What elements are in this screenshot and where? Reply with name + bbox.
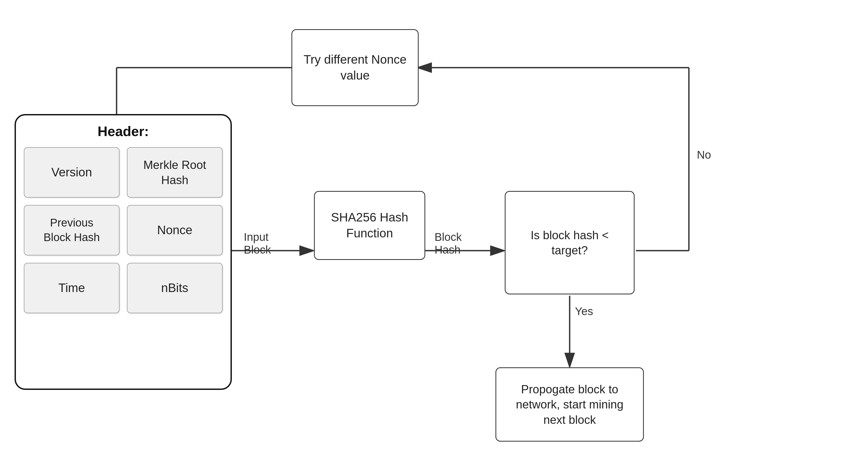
diagram-container: Try different Noncevalue Header: Version… — [0, 0, 868, 466]
header-container: Header: Version Merkle RootHash Previous… — [14, 114, 232, 390]
nbits-label: nBits — [161, 280, 188, 296]
block-hash-label: BlockHash — [435, 231, 462, 256]
try-nonce-box: Try different Noncevalue — [291, 29, 418, 106]
nonce-label: Nonce — [157, 222, 192, 238]
version-label: Version — [52, 165, 92, 180]
try-nonce-label: Try different Noncevalue — [304, 52, 407, 84]
no-label: No — [697, 148, 711, 161]
version-field: Version — [24, 147, 120, 198]
time-field: Time — [24, 263, 120, 313]
is-hash-lt-target-box: Is block hash <target? — [505, 191, 634, 294]
prev-block-hash-field: PreviousBlock Hash — [24, 205, 120, 255]
propagate-label: Propogate block tonetwork, start miningn… — [516, 382, 623, 427]
sha256-label: SHA256 HashFunction — [331, 209, 408, 241]
nbits-field: nBits — [127, 263, 223, 313]
sha256-box: SHA256 HashFunction — [314, 191, 425, 260]
merkle-root-label: Merkle RootHash — [143, 157, 206, 187]
time-label: Time — [58, 280, 85, 296]
header-grid: Version Merkle RootHash PreviousBlock Ha… — [24, 147, 223, 313]
is-hash-lt-target-label: Is block hash <target? — [531, 228, 609, 258]
input-block-label: InputBlock — [244, 231, 271, 256]
merkle-root-field: Merkle RootHash — [127, 147, 223, 198]
header-title: Header: — [24, 123, 223, 139]
propagate-box: Propogate block tonetwork, start miningn… — [495, 367, 644, 442]
prev-block-hash-label: PreviousBlock Hash — [43, 215, 100, 244]
nonce-field: Nonce — [127, 205, 223, 255]
yes-label: Yes — [575, 305, 593, 318]
